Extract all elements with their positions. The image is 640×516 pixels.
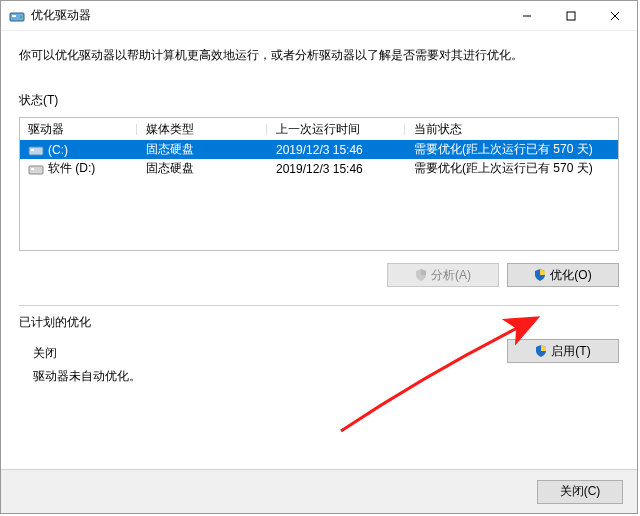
svg-rect-8 — [31, 149, 34, 151]
maximize-button[interactable] — [549, 1, 593, 30]
shield-icon — [534, 269, 546, 281]
close-button[interactable] — [593, 1, 637, 30]
drive-status: 需要优化(距上次运行已有 570 天) — [406, 160, 618, 177]
svg-rect-1 — [12, 15, 16, 17]
header-drive[interactable]: 驱动器 — [20, 121, 138, 138]
scheduled-text: 关闭 驱动器未自动优化。 — [19, 339, 141, 385]
window-controls — [505, 1, 637, 30]
optimize-button[interactable]: 优化(O) — [507, 263, 619, 287]
svg-rect-4 — [567, 12, 575, 20]
bottom-bar: 关闭(C) — [1, 469, 637, 513]
header-media[interactable]: 媒体类型 — [138, 121, 268, 138]
table-row[interactable]: 软件 (D:) 固态硬盘 2019/12/3 15:46 需要优化(距上次运行已… — [20, 159, 618, 178]
scheduled-heading: 已计划的优化 — [19, 314, 619, 331]
status-label: 状态(T) — [19, 92, 619, 109]
drive-media: 固态硬盘 — [138, 141, 268, 158]
description-text: 你可以优化驱动器以帮助计算机更高效地运行，或者分析驱动器以了解是否需要对其进行优… — [19, 47, 619, 64]
header-last-run[interactable]: 上一次运行时间 — [268, 121, 406, 138]
table-headers: 驱动器 媒体类型 上一次运行时间 当前状态 — [20, 118, 618, 140]
drive-last-run: 2019/12/3 15:46 — [268, 143, 406, 157]
titlebar: 优化驱动器 — [1, 1, 637, 31]
svg-point-2 — [20, 16, 22, 18]
window-title: 优化驱动器 — [31, 7, 505, 24]
close-dialog-button[interactable]: 关闭(C) — [537, 480, 623, 504]
header-current-status[interactable]: 当前状态 — [406, 121, 618, 138]
analyze-button[interactable]: 分析(A) — [387, 263, 499, 287]
table-row[interactable]: (C:) 固态硬盘 2019/12/3 15:46 需要优化(距上次运行已有 5… — [20, 140, 618, 159]
scheduled-status: 关闭 — [33, 345, 141, 362]
drive-icon — [28, 143, 44, 157]
app-icon — [9, 8, 25, 24]
drive-table: 驱动器 媒体类型 上一次运行时间 当前状态 (C:) 固态硬盘 2019/12/… — [19, 117, 619, 251]
drive-status: 需要优化(距上次运行已有 570 天) — [406, 141, 618, 158]
drive-name: (C:) — [48, 143, 68, 157]
shield-icon — [535, 345, 547, 357]
shield-icon — [415, 269, 427, 281]
drive-last-run: 2019/12/3 15:46 — [268, 162, 406, 176]
minimize-button[interactable] — [505, 1, 549, 30]
action-buttons: 分析(A) 优化(O) — [19, 263, 619, 287]
content-area: 你可以优化驱动器以帮助计算机更高效地运行，或者分析驱动器以了解是否需要对其进行优… — [1, 31, 637, 513]
drive-icon — [28, 162, 44, 176]
divider — [19, 305, 619, 306]
optimize-drives-window: 优化驱动器 你可以优化驱动器以帮助计算机更高效地运行，或者分析驱动器以了解是否需… — [0, 0, 638, 514]
svg-rect-10 — [31, 168, 34, 170]
scheduled-block: 关闭 驱动器未自动优化。 启用(T) — [19, 339, 619, 385]
drive-media: 固态硬盘 — [138, 160, 268, 177]
scheduled-note: 驱动器未自动优化。 — [33, 368, 141, 385]
enable-button[interactable]: 启用(T) — [507, 339, 619, 363]
drive-name: 软件 (D:) — [48, 160, 95, 177]
